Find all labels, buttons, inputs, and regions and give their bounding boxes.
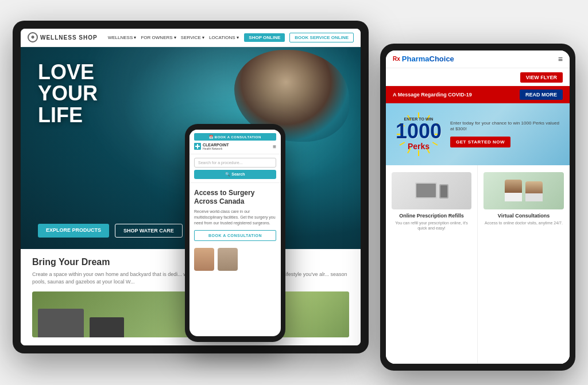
mobile-device: RxPharmaChoice ≡ VIEW FLYER A Message Re… bbox=[380, 44, 575, 371]
hero-line2: YOUR bbox=[38, 83, 98, 104]
tablet-logo: ⊕ WELLNESS SHOP bbox=[28, 32, 98, 42]
perks-section: ENTER TO WIN 1000 Perks Enter today for … bbox=[386, 103, 570, 165]
patient-silhouette bbox=[525, 181, 543, 201]
mobile-menu-icon[interactable]: ≡ bbox=[558, 55, 563, 64]
perks-center: ENTER TO WIN 1000 Perks bbox=[393, 111, 444, 157]
prescription-service-desc: You can refill your prescription online,… bbox=[392, 220, 471, 231]
shop-water-care-button[interactable]: SHOP WATER CARE bbox=[115, 224, 183, 238]
pharmachoice-logo: RxPharmaChoice bbox=[393, 55, 454, 63]
book-consultation-top-button[interactable]: 📅 BOOK A CONSULTATION bbox=[194, 133, 276, 141]
pharma-text: PharmaChoice bbox=[402, 55, 454, 63]
book-service-button[interactable]: BOOK SERVICE ONLINE bbox=[289, 33, 354, 42]
perks-info: Enter today for your chance to win 1000 … bbox=[450, 120, 563, 148]
hero-tagline: LOVE YOUR LIFE bbox=[38, 61, 98, 126]
get-started-button[interactable]: GET STARTED NOW bbox=[450, 137, 510, 147]
prescription-image bbox=[392, 172, 471, 209]
book-consultation-button[interactable]: BOOK A CONSULTATION bbox=[194, 230, 276, 241]
phone-menu-icon[interactable]: ≡ bbox=[273, 143, 276, 150]
phone-logo-row: CLEARPOINT Health Network ≡ bbox=[194, 143, 276, 151]
device-group bbox=[415, 182, 448, 199]
covid-banner: A Message Regarding COVID-19 READ MORE bbox=[386, 86, 570, 103]
hero-line1: LOVE bbox=[38, 61, 98, 83]
covid-message: A Message Regarding COVID-19 bbox=[393, 92, 472, 98]
clearpoint-logo: CLEARPOINT Health Network bbox=[194, 143, 229, 151]
flyer-bar: VIEW FLYER bbox=[386, 68, 570, 86]
brand-text: CLEARPOINT Health Network bbox=[203, 143, 229, 151]
choice-word: Choice bbox=[430, 55, 454, 63]
nav-locations[interactable]: LOCATIONS ▾ bbox=[209, 35, 239, 40]
read-more-button[interactable]: READ MORE bbox=[520, 90, 563, 100]
avatar-2 bbox=[218, 248, 238, 271]
shop-online-button[interactable]: SHOP ONLINE bbox=[244, 33, 285, 42]
procedure-search-input[interactable]: Search for a procedure... bbox=[194, 158, 276, 168]
avatar-1 bbox=[194, 248, 214, 271]
virtual-image bbox=[483, 172, 564, 209]
mobile-screen: RxPharmaChoice ≡ VIEW FLYER A Message Re… bbox=[386, 50, 570, 364]
pharma-word: Pharma bbox=[402, 55, 430, 63]
virtual-service-desc: Access to online doctor visits, anytime … bbox=[485, 220, 563, 225]
perks-number: 1000 bbox=[396, 121, 442, 142]
service-item-prescription: Online Prescription Refills You can refi… bbox=[386, 165, 478, 364]
laptop-icon bbox=[415, 182, 437, 199]
hero-buttons: EXPLORE PRODUCTS SHOP WATER CARE bbox=[38, 224, 183, 238]
search-button[interactable]: 🔍 Search bbox=[194, 170, 276, 179]
tablet-navbar: ⊕ WELLNESS SHOP WELLNESS ▾ FOR OWNERS ▾ … bbox=[21, 29, 361, 47]
hero-line3: LIFE bbox=[38, 104, 98, 126]
nav-wellness[interactable]: WELLNESS ▾ bbox=[108, 35, 137, 40]
services-grid: Online Prescription Refills You can refi… bbox=[386, 165, 570, 364]
doctor-silhouette bbox=[505, 180, 522, 201]
phone-screen: 📅 BOOK A CONSULTATION CLEARPOINT Health … bbox=[189, 130, 281, 336]
nav-owners[interactable]: FOR OWNERS ▾ bbox=[141, 35, 176, 40]
house2-silhouette bbox=[90, 317, 124, 337]
cross-icon bbox=[194, 143, 201, 150]
service-item-virtual: Virtual Consultations Access to online d… bbox=[478, 165, 570, 364]
phone-title: Access to Surgery Across Canada bbox=[194, 189, 276, 205]
virtual-service-name: Virtual Consultations bbox=[498, 213, 550, 219]
phone-avatars bbox=[194, 248, 276, 271]
perks-visual: ENTER TO WIN 1000 Perks bbox=[393, 111, 444, 157]
mobile-header: RxPharmaChoice ≡ bbox=[386, 50, 570, 68]
rx-text: Rx bbox=[393, 56, 400, 62]
phone-search-area: Search for a procedure... 🔍 Search bbox=[189, 154, 281, 183]
perks-word: Perks bbox=[408, 142, 430, 151]
phone-description: Receive world-class care in our multidis… bbox=[194, 209, 276, 225]
prescription-service-name: Online Prescription Refills bbox=[399, 213, 464, 219]
view-flyer-button[interactable]: VIEW FLYER bbox=[520, 72, 563, 83]
nav-service[interactable]: SERVICE ▾ bbox=[181, 35, 204, 40]
explore-products-button[interactable]: EXPLORE PRODUCTS bbox=[38, 224, 109, 238]
scene: ⊕ WELLNESS SHOP WELLNESS ▾ FOR OWNERS ▾ … bbox=[13, 9, 575, 376]
phone-device: 📅 BOOK A CONSULTATION CLEARPOINT Health … bbox=[185, 124, 285, 342]
logo-text: WELLNESS SHOP bbox=[40, 34, 98, 41]
house-silhouette bbox=[38, 309, 84, 337]
phone-content: Access to Surgery Across Canada Receive … bbox=[189, 183, 281, 336]
nav-links: WELLNESS ▾ FOR OWNERS ▾ SERVICE ▾ LOCATI… bbox=[108, 35, 240, 40]
logo-icon: ⊕ bbox=[28, 32, 38, 42]
phone-icon bbox=[439, 184, 448, 199]
phone-header: 📅 BOOK A CONSULTATION CLEARPOINT Health … bbox=[189, 130, 281, 155]
perks-subtitle: Enter today for your chance to win 1000 … bbox=[450, 120, 563, 133]
consultation-visual bbox=[505, 180, 543, 201]
